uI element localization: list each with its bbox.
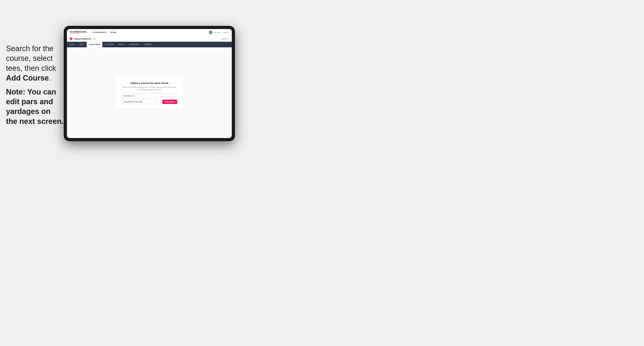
cancel-button[interactable]: Cancel ✕: [221, 38, 229, 40]
annotation-text: Search for thecourse, selecttees, then c…: [6, 44, 64, 130]
tablet-device: SCOREBOARD Powered by clippd TOURNAMENTS…: [64, 26, 235, 141]
tournament-header: C Clippd Invitational (Men) Cancel ✕: [67, 36, 232, 42]
topbar-right: R Test User | Sign out: [209, 31, 229, 34]
tab-results[interactable]: Results: [116, 42, 126, 47]
clear-icon[interactable]: ✕: [156, 101, 157, 103]
tee-select[interactable]: Gold (M) (M) (7010 yds) ✕ ⌃: [122, 100, 161, 104]
chevron-icon[interactable]: ⌃: [158, 101, 159, 103]
tournament-name: C Clippd Invitational (Men): [70, 37, 96, 40]
tab-teams[interactable]: Teams: [77, 42, 86, 47]
logo: SCOREBOARD Powered by clippd: [70, 31, 86, 34]
nav-teams[interactable]: TEAMS: [110, 31, 116, 33]
tablet-screen: SCOREBOARD Powered by clippd TOURNAMENTS…: [67, 29, 232, 138]
separator: |: [222, 32, 222, 33]
tab-navigation: Details Teams Course Setup Tee Groups Re…: [67, 42, 232, 47]
course-search-input[interactable]: [122, 94, 177, 98]
logo-text: SCOREBOARD: [70, 31, 86, 33]
cancel-icon: ✕: [228, 38, 229, 40]
course-card-title: Select a course for each round: [122, 82, 177, 85]
user-label: Test User: [214, 32, 220, 33]
tab-details[interactable]: Details: [67, 42, 77, 47]
c-logo-icon: C: [70, 37, 72, 40]
tournament-title: Clippd Invitational: [74, 38, 91, 40]
tee-select-value: Gold (M) (M) (7010 yds): [123, 101, 142, 103]
main-content: Select a course for each round Search fo…: [67, 47, 232, 138]
annotation-bold: Add Course: [6, 74, 49, 82]
signout-link[interactable]: Sign out: [223, 32, 229, 33]
main-nav: TOURNAMENTS TEAMS: [92, 31, 116, 33]
add-course-button[interactable]: Add Course: [162, 100, 177, 104]
tab-course-setup[interactable]: Course Setup: [86, 42, 102, 47]
course-card: Select a course for each round Search fo…: [116, 77, 183, 109]
course-card-description: Search for a course and select a tee. Yo…: [122, 86, 177, 91]
topbar: SCOREBOARD Powered by clippd TOURNAMENTS…: [67, 29, 232, 36]
tab-tee-groups[interactable]: Tee Groups: [102, 42, 116, 47]
tab-leaderboards[interactable]: Leaderboards: [126, 42, 142, 47]
tee-select-row: Gold (M) (M) (7010 yds) ✕ ⌃ Add Course: [122, 100, 177, 104]
tab-printables[interactable]: Printables: [142, 42, 154, 47]
logo-sub: Powered by clippd: [70, 33, 86, 34]
tee-select-controls: ✕ ⌃: [156, 101, 159, 103]
cancel-label: Cancel: [221, 38, 227, 40]
nav-tournaments[interactable]: TOURNAMENTS: [92, 31, 106, 33]
user-avatar: R: [209, 31, 212, 34]
annotation-note: Note: You can edit pars and yardages on …: [6, 88, 64, 126]
tournament-badge: (Men): [92, 38, 96, 40]
